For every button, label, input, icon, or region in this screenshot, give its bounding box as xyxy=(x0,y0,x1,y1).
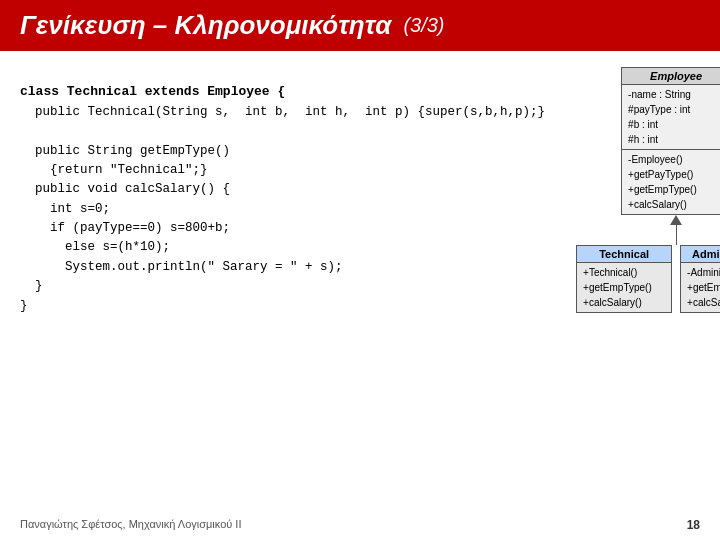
uml-container: Employee -name : String #payType : int #… xyxy=(561,67,720,313)
uml-administrator-box: Administrator -Administrator() +getEmpTy… xyxy=(680,245,720,313)
uml-tech-method-2: +getEmpType() xyxy=(583,280,665,295)
code-block: class Technical extends Employee { publi… xyxy=(20,63,545,335)
uml-attr-3: #b : int xyxy=(628,117,720,132)
uml-employee-box: Employee -name : String #payType : int #… xyxy=(621,67,720,215)
uml-attr-2: #payType : int xyxy=(628,102,720,117)
footer-page: 18 xyxy=(687,518,700,532)
uml-technical-title: Technical xyxy=(577,246,671,263)
uml-method-1: -Employee() xyxy=(628,152,720,167)
uml-technical-box: Technical +Technical() +getEmpType() +ca… xyxy=(576,245,672,313)
uml-tech-method-1: +Technical() xyxy=(583,265,665,280)
uml-administrator-title: Administrator xyxy=(681,246,720,263)
code-line-9: System.out.println(" Sarary = " + s); xyxy=(20,260,343,274)
uml-inheritance-arrow xyxy=(670,215,682,245)
code-line-6: int s=0; xyxy=(20,202,110,216)
code-line-4: {return "Technical";} xyxy=(20,163,208,177)
code-line-1: class Technical extends Employee { xyxy=(20,84,285,99)
code-line-7: if (payType==0) s=800+b; xyxy=(20,221,230,235)
uml-diagram: Employee -name : String #payType : int #… xyxy=(561,63,720,335)
uml-arrow-line xyxy=(676,225,677,245)
uml-attr-4: #h : int xyxy=(628,132,720,147)
uml-admin-method-2: +getEmpType() xyxy=(687,280,720,295)
main-content: class Technical extends Employee { publi… xyxy=(0,51,720,347)
uml-arrow-head xyxy=(670,215,682,225)
uml-tech-method-3: +calcSalary() xyxy=(583,295,665,310)
footer: Παναγιώτης Σφέτσος, Μηχανική Λογισμικού … xyxy=(0,518,720,532)
uml-method-3: +getEmpType() xyxy=(628,182,720,197)
code-line-3: public String getEmpType() xyxy=(20,144,230,158)
uml-subboxes: Technical +Technical() +getEmpType() +ca… xyxy=(576,245,720,313)
code-line-10: } xyxy=(20,279,43,293)
uml-administrator-methods: -Administrator() +getEmpType() +calcSala… xyxy=(681,263,720,312)
uml-employee-methods: -Employee() +getPayType() +getEmpType() … xyxy=(622,150,720,214)
code-section: class Technical extends Employee { publi… xyxy=(20,63,545,335)
code-line-2: public Technical(String s, int b, int h,… xyxy=(20,105,545,119)
slide-subtitle: (3/3) xyxy=(403,14,444,37)
footer-author: Παναγιώτης Σφέτσος, Μηχανική Λογισμικού … xyxy=(20,518,241,532)
uml-technical-methods: +Technical() +getEmpType() +calcSalary() xyxy=(577,263,671,312)
code-line-5: public void calcSalary() { xyxy=(20,182,230,196)
uml-admin-method-3: +calcSalary() xyxy=(687,295,720,310)
uml-employee-title: Employee xyxy=(622,68,720,85)
code-line-8: else s=(h*10); xyxy=(20,240,170,254)
code-line-11: } xyxy=(20,299,28,313)
header: Γενίκευση – Κληρονομικότητα (3/3) xyxy=(0,0,720,51)
uml-method-4: +calcSalary() xyxy=(628,197,720,212)
slide-title: Γενίκευση – Κληρονομικότητα xyxy=(20,10,391,41)
uml-method-2: +getPayType() xyxy=(628,167,720,182)
uml-admin-method-1: -Administrator() xyxy=(687,265,720,280)
uml-attr-1: -name : String xyxy=(628,87,720,102)
uml-employee-attributes: -name : String #payType : int #b : int #… xyxy=(622,85,720,150)
